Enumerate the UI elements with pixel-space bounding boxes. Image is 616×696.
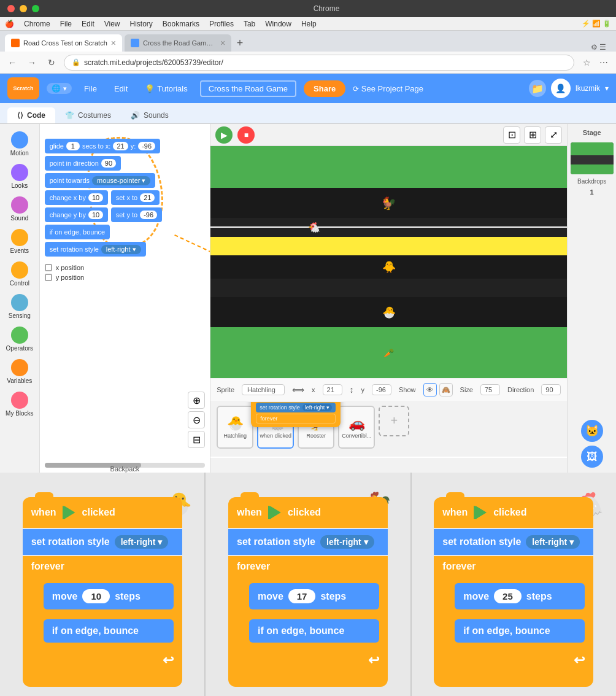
col1-rotation-dropdown[interactable]: left-right ▾ — [115, 535, 169, 549]
menu-profiles[interactable]: Profiles — [209, 20, 234, 28]
palette-events[interactable]: Events — [4, 226, 36, 257]
menu-bookmarks[interactable]: Bookmarks — [163, 20, 199, 28]
share-button[interactable]: Share — [304, 80, 345, 97]
checkbox-x-position[interactable]: x position — [45, 264, 206, 271]
palette-operators[interactable]: Operators — [4, 324, 36, 354]
palette-sensing[interactable]: Sensing — [4, 292, 36, 322]
more-button[interactable]: ⋯ — [596, 55, 611, 70]
palette-control[interactable]: Control — [4, 259, 36, 289]
col3-edge-block[interactable]: if on edge, bounce — [455, 619, 585, 643]
sprite-convertible[interactable]: 🚗 Convertibl... — [338, 406, 375, 449]
tab-close-2[interactable]: × — [220, 38, 225, 48]
small-stage-button[interactable]: ⊡ — [503, 126, 520, 144]
block-set-x[interactable]: set x to 21 — [111, 190, 160, 205]
browser-tab-1[interactable]: Road Cross Test on Scratch × — [5, 34, 122, 52]
fit-screen-button[interactable]: ⊟ — [188, 431, 205, 448]
block-set-y[interactable]: set y to -96 — [111, 207, 162, 222]
palette-sound[interactable]: Sound — [4, 194, 36, 224]
stop-button[interactable]: ■ — [237, 126, 255, 144]
col1-move-value[interactable]: 10 — [82, 589, 110, 603]
minimize-dot[interactable] — [20, 5, 27, 12]
back-button[interactable]: ← — [5, 55, 20, 70]
add-backdrop-fab[interactable]: 🖼 — [581, 446, 603, 468]
bookmark-button[interactable]: ☆ — [579, 55, 594, 70]
col3-rotation-dropdown[interactable]: left-right ▾ — [526, 535, 580, 549]
nav-edit[interactable]: Edit — [109, 82, 133, 96]
palette-variables[interactable]: Variables — [4, 357, 36, 387]
close-dot[interactable] — [7, 5, 15, 12]
menu-edit[interactable]: Edit — [82, 20, 94, 28]
url-input[interactable]: 🔒 scratch.mit.edu/projects/620053739/edi… — [64, 55, 574, 71]
col3-move-block[interactable]: move 25 steps — [455, 583, 585, 609]
size-field[interactable]: 75 — [480, 384, 500, 395]
col3-rotation-style[interactable]: set rotation style left-right ▾ — [434, 529, 593, 555]
palette-myblocks[interactable]: My Blocks — [4, 389, 36, 419]
add-sprite-fab[interactable]: 🐱 — [581, 420, 603, 442]
tab-sounds[interactable]: 🔊 Sounds — [121, 107, 179, 123]
scratch-logo[interactable]: Scratch — [7, 77, 39, 99]
menu-apple[interactable]: 🍎 — [5, 20, 14, 28]
stage-thumbnail[interactable] — [571, 142, 614, 174]
tab-costumes[interactable]: 👕 Costumes — [55, 107, 121, 123]
project-name-input[interactable]: Cross the Road Game — [200, 80, 296, 97]
col1-edge-block[interactable]: if on edge, bounce — [44, 619, 174, 643]
nav-tutorials[interactable]: 💡 Tutorials — [140, 82, 192, 96]
menu-tab[interactable]: Tab — [244, 20, 255, 28]
username[interactable]: lkuzmik — [576, 84, 600, 93]
sprite-hatchling[interactable]: 🐣 Hatchling — [217, 406, 253, 449]
col3-forever[interactable]: forever move 25 steps if on edge, bounce… — [434, 556, 593, 687]
reload-button[interactable]: ↻ — [44, 55, 59, 70]
block-set-rotation-style[interactable]: set rotation style left-right ▾ — [45, 242, 146, 257]
hide-button[interactable]: 🙈 — [439, 383, 453, 396]
col1-rotation-style[interactable]: set rotation style left-right ▾ — [23, 529, 182, 555]
checkbox-icon-x[interactable] — [45, 264, 52, 271]
menu-help[interactable]: Help — [301, 20, 317, 28]
folder-icon[interactable]: 📁 — [529, 80, 546, 97]
menu-window[interactable]: Window — [265, 20, 291, 28]
checkbox-icon-y[interactable] — [45, 274, 52, 281]
tab-close-1[interactable]: × — [111, 38, 116, 48]
add-sprite-button[interactable]: + — [379, 406, 409, 436]
see-project-link[interactable]: ⟳ See Project Page — [353, 84, 423, 93]
green-flag-button[interactable]: ▶ — [215, 126, 233, 144]
fullscreen-button[interactable]: ⤢ — [545, 126, 562, 144]
block-change-x[interactable]: change x by 10 — [45, 190, 109, 205]
col3-when-clicked[interactable]: when clicked — [434, 497, 593, 528]
block-change-y[interactable]: change y by 10 — [45, 207, 109, 222]
block-glide[interactable]: glide 1 secs to x: 21 y: -96 — [45, 139, 160, 153]
col2-rotation-style[interactable]: set rotation style left-right ▾ — [228, 529, 388, 555]
col3-move-value[interactable]: 25 — [494, 589, 522, 603]
language-selector[interactable]: 🌐 ▾ — [47, 83, 72, 94]
user-dropdown-arrow[interactable]: ▾ — [605, 84, 609, 93]
x-value-field[interactable]: 21 — [323, 384, 342, 395]
col2-when-clicked[interactable]: when clicked — [228, 497, 388, 528]
col1-when-clicked[interactable]: when clicked — [23, 497, 182, 528]
block-point-direction[interactable]: point in direction 90 — [45, 156, 121, 171]
menu-history[interactable]: History — [130, 20, 153, 28]
normal-stage-button[interactable]: ⊞ — [524, 126, 541, 144]
y-value-field[interactable]: -96 — [372, 384, 391, 395]
direction-field[interactable]: 90 — [541, 384, 561, 395]
show-button[interactable]: 👁 — [423, 383, 437, 396]
col1-move-block[interactable]: move 10 steps — [44, 583, 174, 609]
forward-button[interactable]: → — [25, 55, 39, 70]
palette-looks[interactable]: Looks — [4, 161, 36, 191]
col2-rotation-dropdown[interactable]: left-right ▾ — [320, 535, 374, 549]
menu-file[interactable]: File — [60, 20, 72, 28]
zoom-in-button[interactable]: ⊕ — [188, 392, 205, 409]
block-if-on-edge[interactable]: if on edge, bounce — [45, 225, 110, 239]
zoom-out-button[interactable]: ⊖ — [188, 411, 205, 428]
col2-edge-block[interactable]: if on edge, bounce — [249, 619, 379, 643]
block-point-towards[interactable]: point towards mouse-pointer ▾ — [45, 173, 156, 188]
browser-tab-2[interactable]: Cross the Road Game on Scra... × — [125, 34, 231, 52]
maximize-dot[interactable] — [32, 5, 39, 12]
menu-view[interactable]: View — [104, 20, 120, 28]
col2-move-block[interactable]: move 17 steps — [249, 583, 379, 609]
checkbox-y-position[interactable]: y position — [45, 274, 206, 281]
sprite-name-field[interactable]: Hatchling — [242, 384, 285, 395]
col2-forever[interactable]: forever move 17 steps if on edge, bounce… — [228, 556, 388, 687]
col2-move-value[interactable]: 17 — [288, 589, 316, 603]
col1-forever[interactable]: forever move 10 steps if on edge, bounce… — [23, 556, 182, 687]
menu-chrome[interactable]: Chrome — [24, 20, 50, 28]
tab-code[interactable]: ⟨⟩ Code — [7, 107, 55, 123]
